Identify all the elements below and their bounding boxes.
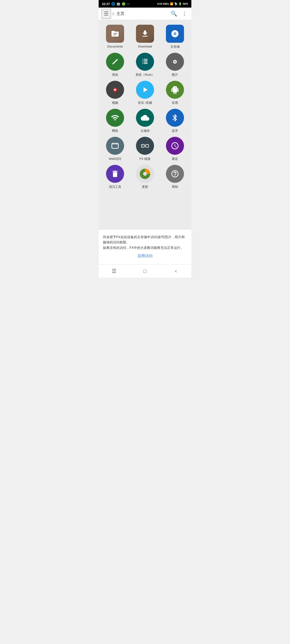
bottom-menu-icon: ☰	[112, 268, 117, 274]
bottom-menu-button[interactable]: ☰	[99, 268, 130, 274]
search-icon: 🔍	[171, 11, 177, 16]
search-button[interactable]: 🔍	[169, 9, 178, 18]
apps-icon	[166, 81, 184, 99]
status-time: 22:27	[102, 2, 110, 6]
download-icon	[136, 25, 154, 43]
grid-item-pictures[interactable]: 图片	[161, 53, 189, 77]
grid-item-web[interactable]: Web访问	[101, 137, 129, 161]
more-icon: ⋮	[182, 11, 187, 16]
fx-label: FX 链接	[140, 157, 150, 161]
grid-item-system[interactable]: 系统	[101, 53, 129, 77]
clean-label: 清洁工具	[109, 185, 121, 189]
grid-item-cloud[interactable]: 云储存	[131, 109, 159, 133]
video-icon	[106, 81, 124, 99]
grid-item-download[interactable]: Download	[131, 25, 159, 49]
network-icon	[106, 109, 124, 127]
menu-button[interactable]: ☰	[102, 9, 111, 19]
pictures-icon	[166, 53, 184, 71]
recent-label: 最近	[172, 157, 178, 161]
empty-space	[99, 192, 191, 230]
apps-label: 应用	[172, 101, 178, 105]
svg-marker-5	[144, 88, 148, 92]
web-icon	[106, 137, 124, 155]
web-label: Web访问	[109, 157, 121, 161]
svg-point-11	[143, 172, 147, 176]
update-label: 更新	[142, 185, 148, 189]
svg-rect-7	[112, 144, 118, 145]
wifi-icon: 📡	[174, 2, 178, 6]
grid-area: Documents Download 主存储 系统	[99, 20, 191, 192]
bluetooth-icon	[166, 109, 184, 127]
documents-icon	[106, 25, 124, 43]
battery-icon: 🔋	[178, 2, 182, 6]
top-bar: ☰ ⌂ 主页 🔍 ⋮	[99, 8, 191, 20]
music-icon	[136, 81, 154, 99]
app-icon: 🟢	[122, 2, 126, 6]
panda-icon: 🐼	[117, 2, 120, 6]
svg-rect-9	[146, 144, 149, 147]
help-icon	[166, 165, 184, 183]
grid-item-video[interactable]: 视频	[101, 81, 129, 105]
network-speed: 0.54 KB/s	[157, 2, 169, 5]
battery-percent: 50%	[183, 2, 188, 5]
pictures-label: 图片	[172, 73, 178, 77]
status-left: 22:27 🌐 🐼 🟢 ···	[102, 2, 130, 6]
bluetooth-label: 蓝牙	[172, 129, 178, 133]
bottom-home-icon: □	[143, 268, 146, 274]
hamburger-icon: ☰	[104, 11, 109, 16]
root-label: 系统（Root）	[136, 73, 154, 77]
bottom-back-icon: ‹	[175, 268, 177, 274]
system-icon	[106, 53, 124, 71]
clean-icon	[106, 165, 124, 183]
svg-line-0	[113, 60, 117, 64]
enable-access-button[interactable]: 启用访问	[103, 250, 187, 262]
icon-grid: Documents Download 主存储 系统	[101, 25, 189, 189]
status-bar: 22:27 🌐 🐼 🟢 ··· 0.54 KB/s 📶 📡 🔋 50%	[99, 0, 191, 8]
top-bar-actions: 🔍 ⋮	[169, 9, 188, 18]
page-title: 主页	[117, 11, 125, 16]
dots-icon: ···	[127, 2, 130, 6]
grid-item-update[interactable]: 更新	[131, 165, 159, 189]
grid-item-clean[interactable]: 清洁工具	[101, 165, 129, 189]
status-right: 0.54 KB/s 📶 📡 🔋 50%	[157, 2, 188, 6]
mainstorage-icon	[166, 25, 184, 43]
mainstorage-label: 主存储	[170, 45, 180, 49]
network-label: 网络	[112, 129, 118, 133]
documents-label: Documents	[107, 45, 123, 48]
root-icon	[136, 53, 154, 71]
grid-item-documents[interactable]: Documents	[101, 25, 129, 49]
grid-item-network[interactable]: 网络	[101, 109, 129, 133]
signal-icons: 📶	[170, 2, 173, 6]
grid-item-recent[interactable]: 最近	[161, 137, 189, 161]
video-label: 视频	[112, 101, 118, 105]
more-button[interactable]: ⋮	[180, 9, 188, 18]
info-banner: 尚未授予FX在此设备的主存储中访问读/写照片，照片和媒体的访问权限。如果没有此访…	[99, 230, 191, 264]
grid-item-music[interactable]: 音乐 /音频	[131, 81, 159, 105]
fx-icon	[136, 137, 154, 155]
grid-item-help[interactable]: 帮助	[161, 165, 189, 189]
info-text: 尚未授予FX在此设备的主存储中访问读/写照片，照片和媒体的访问权限。如果没有此访…	[103, 234, 187, 250]
grid-item-fx[interactable]: FX 链接	[131, 137, 159, 161]
page-title-area: ⌂ 主页	[111, 11, 169, 16]
system-label: 系统	[112, 73, 118, 77]
music-label: 音乐 /音频	[138, 101, 152, 105]
download-label: Download	[138, 45, 152, 48]
recent-icon	[166, 137, 184, 155]
cloud-label: 云储存	[140, 129, 150, 133]
help-label: 帮助	[172, 185, 178, 189]
bottom-home-button[interactable]: □	[130, 268, 160, 274]
grid-item-mainstorage[interactable]: 主存储	[161, 25, 189, 49]
bottom-nav: ☰ □ ‹	[99, 264, 191, 278]
bottom-back-button[interactable]: ‹	[160, 268, 191, 274]
home-icon: ⌂	[112, 11, 115, 16]
safari-icon: 🌐	[111, 2, 115, 6]
cloud-icon	[136, 109, 154, 127]
svg-point-4	[114, 89, 116, 91]
grid-item-bluetooth[interactable]: 蓝牙	[161, 109, 189, 133]
svg-point-2	[174, 61, 176, 62]
grid-item-apps[interactable]: 应用	[161, 81, 189, 105]
grid-item-root[interactable]: 系统（Root）	[131, 53, 159, 77]
update-icon	[136, 165, 154, 183]
